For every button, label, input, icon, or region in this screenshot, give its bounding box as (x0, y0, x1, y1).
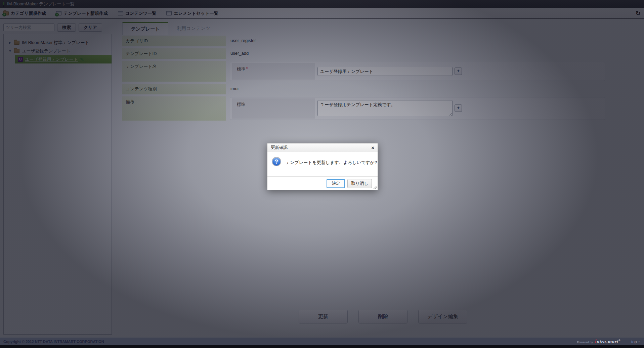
confirm-ok-button[interactable]: 決定 (327, 179, 345, 188)
confirm-cancel-button[interactable]: 取り消し (347, 179, 372, 188)
dialog-resize-grip[interactable] (373, 185, 377, 189)
close-icon[interactable]: × (371, 145, 374, 150)
footer-right: Powered by intra-mart® top ↑ (577, 338, 644, 345)
dialog-separator (267, 176, 378, 177)
dialog-button-row: 決定 取り消し (327, 179, 372, 188)
question-icon: ? (272, 157, 281, 166)
copyright-text: Copyright © 2012 NTT DATA INTRAMART CORP… (0, 340, 104, 344)
powered-by-label: Powered by (577, 341, 593, 344)
top-link[interactable]: top ↑ (631, 340, 640, 344)
dialog-title-bar[interactable]: 更新確認 × (267, 143, 378, 152)
footer-bottom-bar (0, 345, 644, 348)
dialog-message: テンプレートを更新します。よろしいですか? (286, 160, 377, 166)
dialog-title: 更新確認 (271, 145, 288, 150)
update-confirm-dialog: 更新確認 × ? テンプレートを更新します。よろしいですか? 決定 取り消し (267, 143, 378, 190)
footer: Copyright © 2012 NTT DATA INTRAMART CORP… (0, 338, 644, 345)
intra-mart-logo: intra-mart® (595, 338, 620, 345)
